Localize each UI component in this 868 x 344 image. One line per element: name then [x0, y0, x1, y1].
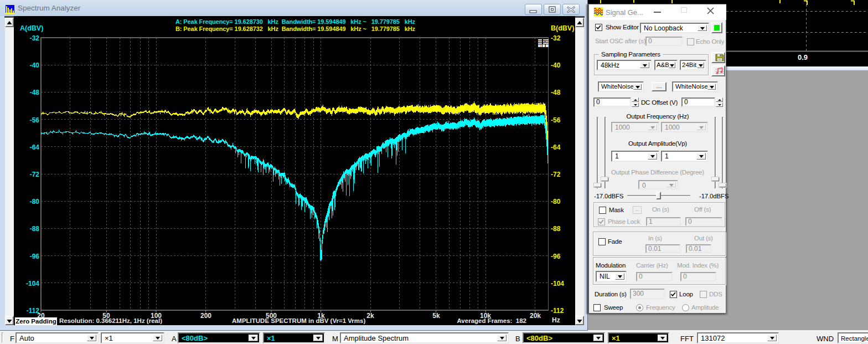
svg-text:-96: -96: [30, 253, 40, 260]
svg-text:0.9: 0.9: [798, 53, 808, 61]
svg-text:20k: 20k: [530, 312, 541, 320]
svg-text:-32: -32: [551, 34, 561, 42]
svg-text:-40: -40: [30, 61, 40, 69]
svg-text:B(dBV): B(dBV): [551, 24, 574, 32]
svg-text:-32: -32: [30, 34, 40, 42]
svg-text:-72: -72: [30, 171, 40, 178]
svg-text:Hz: Hz: [552, 316, 560, 324]
svg-text:-88: -88: [551, 225, 561, 233]
svg-text:-96: -96: [551, 253, 561, 260]
svg-text:A: Peak Frequency= 19.628730: A: Peak Frequency= 19.628730 kHz Bandwid…: [175, 18, 416, 25]
svg-text:-64: -64: [551, 143, 561, 151]
svg-text:-56: -56: [30, 116, 40, 124]
svg-text:A(dBV): A(dBV): [20, 24, 43, 32]
svg-text:-80: -80: [30, 198, 40, 206]
svg-text:5k: 5k: [432, 312, 440, 320]
svg-text:2k: 2k: [366, 312, 374, 320]
svg-text:-48: -48: [551, 89, 561, 96]
svg-text:200: 200: [200, 312, 211, 320]
svg-text:-112: -112: [551, 307, 564, 315]
svg-text:-104: -104: [551, 280, 564, 287]
svg-text:-64: -64: [30, 143, 40, 151]
svg-text:-80: -80: [551, 198, 561, 206]
svg-text:B: Peak Frequency= 19.628732: B: Peak Frequency= 19.628732 kHz Bandwid…: [175, 25, 416, 32]
svg-text:-48: -48: [30, 89, 40, 96]
svg-text:-56: -56: [551, 116, 561, 124]
svg-text:-88: -88: [30, 225, 40, 233]
svg-text:-40: -40: [551, 61, 561, 69]
svg-text:-72: -72: [551, 171, 561, 178]
svg-text:-104: -104: [26, 280, 39, 287]
